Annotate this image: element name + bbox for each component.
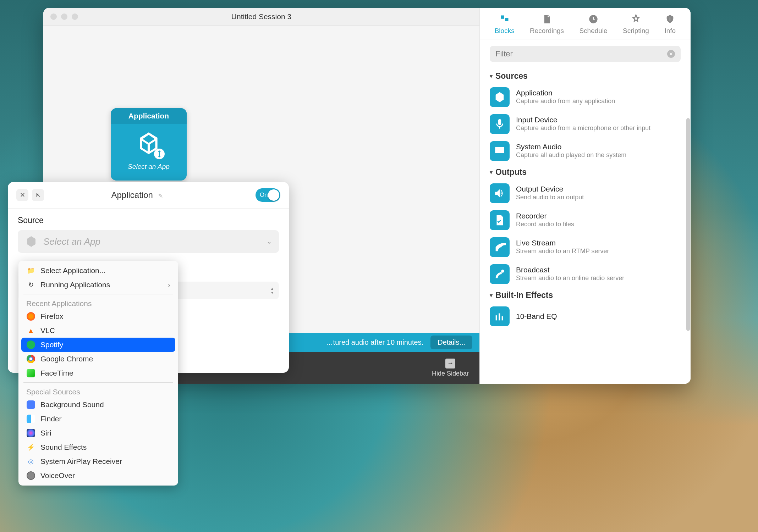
tab-recordings-label: Recordings: [530, 27, 564, 35]
popover-title: Application ✎: [31, 190, 243, 200]
menu-app-vlc[interactable]: ▲ VLC: [18, 323, 178, 338]
airplay-icon: ◎: [26, 457, 35, 466]
block-item-title: System Audio: [516, 143, 626, 151]
block-item-desc: Capture audio from any application: [516, 97, 615, 105]
svg-rect-1: [505, 18, 508, 21]
menu-app-sound-effects[interactable]: ⚡ Sound Effects: [18, 440, 178, 454]
menu-item-label: Running Applications: [40, 281, 110, 289]
speaker-icon: [490, 183, 510, 203]
block-title: Application: [111, 108, 187, 124]
tab-scripting[interactable]: Scripting: [623, 13, 649, 35]
details-button[interactable]: Details...: [430, 336, 472, 349]
menu-app-voiceover[interactable]: VoiceOver: [18, 469, 178, 483]
menu-item-label: Google Chrome: [40, 355, 93, 363]
menu-item-label: VoiceOver: [40, 471, 75, 480]
block-item-system-audio[interactable]: System Audio Capture all audio played on…: [480, 138, 691, 165]
block-item-title: 10-Band EQ: [516, 312, 557, 321]
block-item-application[interactable]: Application Capture audio from any appli…: [480, 84, 691, 111]
menu-item-label: System AirPlay Receiver: [40, 457, 122, 466]
tab-info[interactable]: i Info: [664, 13, 676, 35]
block-item-desc: Capture all audio played on the system: [516, 151, 626, 159]
tab-blocks-label: Blocks: [495, 27, 515, 35]
blocks-icon: [499, 13, 510, 25]
chevron-down-icon: ▾: [490, 73, 493, 79]
block-item-desc: Stream audio to an RTMP server: [516, 247, 609, 255]
file-icon: [490, 210, 510, 230]
svg-rect-8: [502, 316, 503, 320]
block-item-output-device[interactable]: Output Device Send audio to an output: [480, 180, 691, 207]
application-icon: [136, 130, 162, 158]
app-dropdown-menu: 📁 Select Application... ↻ Running Applic…: [18, 261, 178, 486]
menu-running-applications[interactable]: ↻ Running Applications ›: [18, 278, 178, 292]
menu-app-siri[interactable]: Siri: [18, 426, 178, 440]
app-placeholder-icon: [25, 235, 38, 248]
menu-item-label: Sound Effects: [40, 443, 87, 451]
menu-item-label: Firefox: [40, 312, 63, 321]
block-item-recorder[interactable]: Recorder Record audio to files: [480, 207, 691, 234]
application-block[interactable]: Application Select an App: [111, 108, 187, 181]
enabled-toggle[interactable]: On: [256, 188, 280, 202]
section-sources-header[interactable]: ▾ Sources: [480, 68, 691, 84]
menu-app-spotify[interactable]: Spotify: [21, 338, 175, 352]
stepper-arrows-icon[interactable]: ▴▾: [271, 286, 273, 295]
section-outputs-header[interactable]: ▾ Outputs: [480, 165, 691, 180]
popover-close-button[interactable]: ✕: [16, 189, 28, 201]
firefox-icon: [26, 312, 35, 321]
menu-divider: [23, 382, 173, 383]
hide-sidebar-icon: →: [445, 359, 455, 368]
recordings-icon: [541, 13, 553, 25]
popover-header: ✕ ⇱ Application ✎ On: [8, 182, 289, 209]
block-item-desc: Capture audio from a microphone or other…: [516, 124, 650, 132]
scrollbar-thumb[interactable]: [686, 118, 690, 331]
menu-app-chrome[interactable]: Google Chrome: [18, 352, 178, 366]
menu-app-facetime[interactable]: FaceTime: [18, 366, 178, 380]
menu-app-finder[interactable]: Finder: [18, 412, 178, 426]
tab-blocks[interactable]: Blocks: [495, 13, 515, 35]
window-title: Untitled Session 3: [43, 12, 479, 21]
menu-app-firefox[interactable]: Firefox: [18, 309, 178, 323]
block-item-input-device[interactable]: Input Device Capture audio from a microp…: [480, 111, 691, 138]
menu-item-label: Select Application...: [40, 266, 105, 275]
eq-icon: [490, 306, 510, 326]
menu-app-airplay[interactable]: ◎ System AirPlay Receiver: [18, 454, 178, 469]
block-item-broadcast[interactable]: Broadcast Stream audio to an online radi…: [480, 261, 691, 288]
spotify-icon: [26, 340, 35, 349]
titlebar[interactable]: Untitled Session 3: [43, 8, 479, 26]
scrollbar[interactable]: [686, 118, 690, 373]
toggle-label: On: [260, 192, 268, 199]
outputs-label: Outputs: [495, 167, 527, 177]
block-item-eq[interactable]: 10-Band EQ: [480, 303, 691, 330]
tab-info-label: Info: [664, 27, 676, 35]
tab-schedule[interactable]: Schedule: [579, 13, 607, 35]
hide-sidebar-button[interactable]: → Hide Sidebar: [432, 359, 469, 377]
chevron-down-icon: ▾: [490, 292, 493, 299]
edit-icon[interactable]: ✎: [158, 193, 163, 199]
app-select[interactable]: Select an App ⌄: [18, 230, 279, 253]
tab-recordings[interactable]: Recordings: [530, 13, 564, 35]
menu-app-background-sound[interactable]: Background Sound: [18, 398, 178, 412]
filter-box[interactable]: ✕: [490, 46, 681, 62]
svg-text:i: i: [669, 16, 671, 22]
hide-sidebar-label: Hide Sidebar: [432, 370, 469, 377]
menu-item-label: VLC: [40, 326, 55, 335]
menu-select-application[interactable]: 📁 Select Application...: [18, 264, 178, 278]
vlc-icon: ▲: [26, 326, 35, 335]
source-label: Source: [18, 216, 279, 225]
background-sound-icon: [26, 400, 35, 409]
tab-schedule-label: Schedule: [579, 27, 607, 35]
filter-clear-icon[interactable]: ✕: [667, 50, 675, 58]
section-effects-header[interactable]: ▾ Built-In Effects: [480, 288, 691, 303]
svg-rect-0: [501, 16, 504, 19]
chevron-right-icon: ›: [168, 281, 170, 289]
menu-divider: [23, 294, 173, 294]
sidebar: Blocks Recordings Schedule Scripting i I…: [479, 8, 691, 384]
filter-input[interactable]: [495, 49, 667, 59]
microphone-icon: [490, 114, 510, 134]
popover-title-text: Application: [111, 190, 153, 200]
menu-item-label: Background Sound: [40, 400, 104, 409]
siri-icon: [26, 428, 35, 438]
scripting-icon: [630, 13, 642, 25]
facetime-icon: [26, 368, 35, 378]
folder-icon: 📁: [26, 266, 35, 275]
block-item-live-stream[interactable]: Live Stream Stream audio to an RTMP serv…: [480, 234, 691, 261]
